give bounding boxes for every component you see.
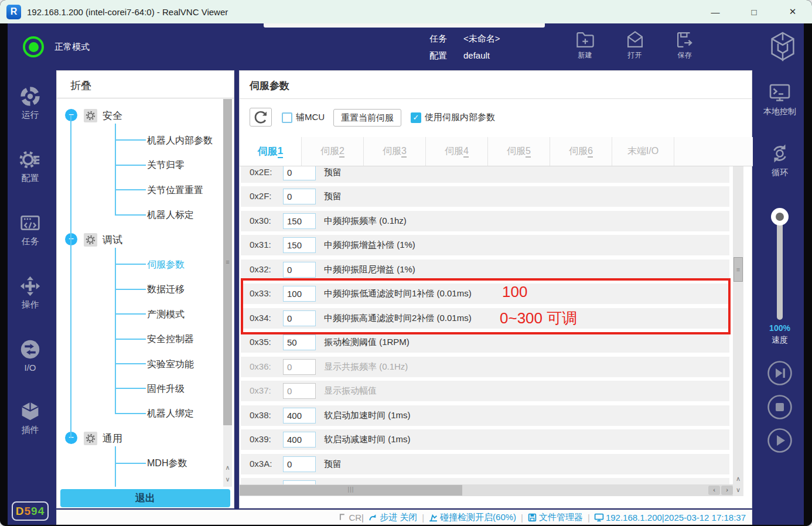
- speed-slider-handle[interactable]: [771, 208, 789, 226]
- tree-item-固件升级[interactable]: 固件升级: [57, 381, 222, 397]
- param-value-input[interactable]: 100: [283, 286, 316, 302]
- vnc-toolbar-notch[interactable]: [264, 23, 545, 28]
- sidebar-item-operate[interactable]: 操作: [19, 275, 41, 310]
- task-config-block: 任务<未命名> 配置default: [429, 30, 500, 64]
- param-value-input[interactable]: 0: [283, 456, 316, 472]
- close-button[interactable]: ✕: [773, 0, 812, 23]
- param-address: 0x36:: [250, 361, 271, 371]
- param-value-input[interactable]: 150: [283, 213, 316, 229]
- sidebar-item-io[interactable]: I/O: [19, 339, 41, 373]
- new-button[interactable]: 新建: [560, 30, 610, 60]
- maximize-button[interactable]: □: [735, 0, 773, 23]
- tree-scroll-down-icon[interactable]: ∨: [223, 474, 232, 484]
- param-address: 0x33:: [250, 288, 271, 298]
- tab-伺服3[interactable]: 伺服3: [364, 137, 426, 166]
- param-value-input[interactable]: 0: [283, 262, 316, 278]
- sidebar-item-plugin[interactable]: 插件: [19, 401, 41, 436]
- table-vertical-scrollbar[interactable]: ≡ ∧ ∨: [733, 166, 743, 496]
- exit-button[interactable]: 退出: [60, 489, 230, 507]
- tree-scrollbar[interactable]: ≡ ∧ ∨: [223, 99, 232, 487]
- gear-icon: [84, 432, 97, 445]
- tree-item-伺服参数[interactable]: 伺服参数: [57, 257, 222, 272]
- tree-group-通用[interactable]: −通用: [57, 431, 222, 446]
- config-label: 配置: [429, 47, 455, 64]
- tab-伺服1[interactable]: 伺服1: [240, 137, 302, 166]
- param-value-input[interactable]: 50: [283, 334, 316, 350]
- param-value-input[interactable]: 400: [283, 432, 316, 448]
- param-value-input: 0: [283, 383, 316, 399]
- tree-group-调试[interactable]: −调试: [57, 232, 222, 247]
- tree-item-关节位置重置[interactable]: 关节位置重置: [57, 183, 222, 198]
- speed-slider-track[interactable]: [777, 216, 783, 320]
- tree-item-数据迁移[interactable]: 数据迁移: [57, 282, 222, 298]
- tree-item-label: 机器人绑定: [147, 408, 194, 420]
- table-scroll-left-icon[interactable]: ‹: [708, 486, 720, 495]
- status-collision[interactable]: 碰撞检测开启(60%): [428, 512, 516, 523]
- tab-伺服2[interactable]: 伺服2: [302, 137, 364, 166]
- table-scroll-up-icon[interactable]: ∧: [733, 473, 743, 484]
- status-step-mode-text: 步进 关闭: [380, 512, 417, 523]
- sidebar-item-config[interactable]: 配置: [19, 149, 41, 184]
- table-horizontal-scrollbar[interactable]: |||: [240, 484, 733, 496]
- param-value-input[interactable]: 150: [283, 237, 316, 253]
- status-collision-text: 碰撞检测开启(60%): [440, 512, 516, 523]
- tree-item-关节归零[interactable]: 关节归零: [57, 158, 222, 173]
- tab-末端I/O[interactable]: 末端I/O: [612, 137, 674, 166]
- tree-item-机器人内部参数[interactable]: 机器人内部参数: [57, 133, 222, 148]
- tree-group-安全[interactable]: −安全: [57, 108, 222, 123]
- tree-item-产测模式[interactable]: 产测模式: [57, 307, 222, 322]
- status-bar: CR|步进 关闭|碰撞检测开启(60%)|文件管理器|192.168.1.200…: [56, 510, 752, 525]
- right-item-local-control[interactable]: 本地控制: [756, 81, 804, 117]
- table-scroll-down-icon[interactable]: ∨: [733, 484, 743, 496]
- tree-item-实验室功能[interactable]: 实验室功能: [57, 357, 222, 372]
- servo-tabs: 伺服1伺服2伺服3伺服4伺服5伺服6末端I/O: [240, 137, 753, 166]
- tree-body: −安全机器人内部参数关节归零关节位置重置机器人标定−调试伺服参数数据迁移产测模式…: [57, 99, 222, 487]
- status-step-mode[interactable]: 步进 关闭: [368, 512, 417, 523]
- envelope-open-icon: [625, 30, 645, 50]
- sidebar-item-task-label: 任务: [22, 236, 39, 247]
- save-button[interactable]: 保存: [660, 30, 709, 60]
- minimize-button[interactable]: —: [696, 0, 735, 23]
- tree-connector-line: [115, 446, 116, 487]
- tab-伺服6[interactable]: 伺服6: [550, 137, 612, 166]
- param-address: 0x30:: [250, 216, 271, 226]
- param-value-input[interactable]: 0: [283, 166, 316, 180]
- brand-logo-icon: [769, 31, 796, 62]
- aux-mcu-checkbox-wrap[interactable]: 辅MCU: [282, 112, 325, 123]
- use-internal-checkbox-wrap[interactable]: ✓ 使用伺服内部参数: [411, 112, 495, 123]
- vnc-window: R 192.168.1.200 (intel-corei7-64:0) - Re…: [0, 0, 812, 526]
- table-vscroll-thumb[interactable]: ≡: [733, 257, 743, 282]
- param-value-input[interactable]: 0: [283, 310, 316, 326]
- param-value-input[interactable]: [283, 480, 316, 484]
- status-connection[interactable]: 192.168.1.200|2025-03-12 17:18:37: [594, 513, 746, 522]
- use-internal-checkbox[interactable]: ✓: [411, 112, 421, 123]
- step-arrow-icon: [368, 513, 378, 522]
- target-icon: [19, 86, 41, 107]
- tree-item-机器人标定[interactable]: 机器人标定: [57, 208, 222, 223]
- tree-item-安全控制器[interactable]: 安全控制器: [57, 332, 222, 347]
- tree-item-MDH参数[interactable]: MDH参数: [57, 456, 222, 472]
- reset-servo-button[interactable]: 重置当前伺服: [333, 109, 401, 127]
- table-scroll-right-icon[interactable]: ›: [721, 486, 733, 495]
- tree-scroll-up-icon[interactable]: ∧: [223, 462, 232, 473]
- table-hscroll-thumb[interactable]: |||: [240, 485, 462, 496]
- tab-伺服5[interactable]: 伺服5: [488, 137, 550, 166]
- open-button[interactable]: 打开: [610, 30, 660, 60]
- right-item-cycle[interactable]: 循环: [756, 142, 804, 178]
- status-file-manager[interactable]: 文件管理器: [527, 512, 583, 523]
- step-button[interactable]: [767, 360, 793, 386]
- tree-item-机器人绑定[interactable]: 机器人绑定: [57, 407, 222, 422]
- stop-button[interactable]: [767, 394, 793, 420]
- sidebar-item-task[interactable]: 任务: [19, 212, 41, 247]
- refresh-button[interactable]: [250, 108, 272, 127]
- status-cr[interactable]: CR|: [337, 513, 364, 522]
- tab-伺服4[interactable]: 伺服4: [426, 137, 488, 166]
- sidebar-item-run[interactable]: 运行: [19, 86, 41, 121]
- param-value-input[interactable]: 400: [283, 408, 316, 423]
- tree-scrollbar-thumb[interactable]: ≡: [223, 99, 232, 425]
- aux-mcu-checkbox[interactable]: [282, 112, 292, 123]
- param-value-input[interactable]: 0: [283, 189, 316, 204]
- tree-collapse-header[interactable]: 折叠: [57, 71, 234, 98]
- play-button[interactable]: [767, 428, 793, 453]
- param-address: 0x34:: [250, 313, 271, 323]
